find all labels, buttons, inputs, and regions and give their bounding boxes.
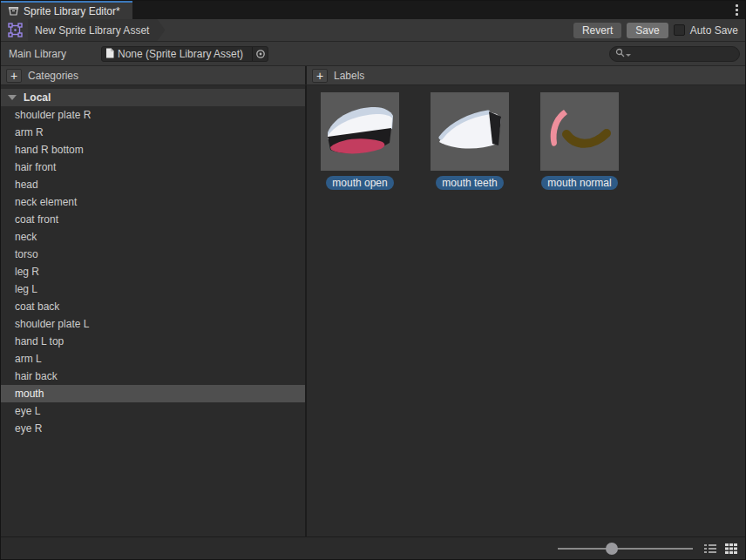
category-item[interactable]: eye L — [1, 402, 305, 420]
categories-header: + Categories — [1, 66, 307, 84]
category-list: shoulder plate Rarm Rhand R bottomhair f… — [1, 106, 305, 437]
main-library-object-field[interactable]: None (Sprite Library Asset) — [101, 46, 268, 62]
foldout-triangle-icon — [8, 95, 17, 100]
search-icon — [615, 48, 625, 60]
labels-panel: mouth open mouth teeth — [307, 85, 745, 536]
tab-bar: Sprite Library Editor* — [1, 1, 745, 19]
labels-title: Labels — [334, 70, 364, 82]
thumbnail-size-slider-knob[interactable] — [606, 543, 618, 555]
category-item[interactable]: hand L top — [1, 333, 305, 350]
sprite-library-window-icon — [8, 5, 19, 17]
bottom-bar — [1, 536, 745, 559]
category-item[interactable]: mouth — [1, 385, 305, 402]
category-item[interactable]: arm R — [1, 124, 305, 141]
main-library-label: Main Library — [9, 48, 66, 60]
sprite-item-mouth-normal: mouth normal — [540, 92, 619, 190]
category-item[interactable]: shoulder plate L — [1, 315, 305, 333]
category-item[interactable]: shoulder plate R — [1, 106, 305, 124]
category-item[interactable]: leg R — [1, 263, 305, 280]
thumbnail-size-slider[interactable] — [558, 537, 693, 560]
search-input[interactable] — [634, 48, 734, 60]
main-library-row: Main Library None (Sprite Library Asset) — [1, 42, 745, 66]
category-item[interactable]: arm L — [1, 350, 305, 368]
sprite-label-pill[interactable]: mouth teeth — [436, 176, 503, 190]
sprite-item-mouth-teeth: mouth teeth — [431, 92, 509, 190]
category-item[interactable]: torso — [1, 246, 305, 263]
toolbar: New Sprite Library Asset Revert Save Aut… — [1, 19, 745, 42]
category-item[interactable]: eye R — [1, 420, 305, 437]
tab-title: Sprite Library Editor* — [24, 5, 120, 17]
category-item[interactable]: hand R bottom — [1, 141, 305, 159]
category-item[interactable]: hair back — [1, 368, 305, 385]
local-foldout[interactable]: Local — [1, 89, 305, 106]
category-item[interactable]: neck element — [1, 193, 305, 211]
kebab-menu-icon[interactable] — [736, 1, 738, 19]
breadcrumb-new-sprite-library-asset[interactable]: New Sprite Library Asset — [28, 19, 165, 41]
slider-track — [558, 548, 693, 550]
panel-headers: + Categories + Labels — [1, 66, 745, 85]
category-item[interactable]: leg L — [1, 280, 305, 298]
search-field[interactable] — [609, 46, 740, 62]
categories-panel: Local shoulder plate Rarm Rhand R bottom… — [1, 85, 307, 536]
local-group-label: Local — [24, 91, 51, 104]
category-item[interactable]: hair front — [1, 159, 305, 176]
tab-sprite-library-editor[interactable]: Sprite Library Editor* — [1, 1, 132, 19]
category-item[interactable]: coat back — [1, 298, 305, 315]
sprite-item-mouth-open: mouth open — [321, 92, 399, 190]
category-item[interactable]: neck — [1, 228, 305, 246]
add-category-button[interactable]: + — [6, 69, 22, 83]
save-button[interactable]: Save — [627, 23, 668, 38]
labels-header: + Labels — [307, 66, 745, 84]
sprite-library-editor-window: Sprite Library Editor* New Sprite Librar… — [0, 0, 746, 560]
list-view-icon[interactable] — [703, 542, 717, 556]
sprite-label-pill[interactable]: mouth normal — [541, 176, 617, 190]
object-picker-icon[interactable] — [252, 47, 268, 61]
editor-body: Local shoulder plate Rarm Rhand R bottom… — [1, 85, 745, 536]
sprite-thumbnail-mouth-normal[interactable] — [540, 92, 619, 171]
sprite-thumbnail-mouth-teeth[interactable] — [431, 92, 509, 171]
object-field-value: None (Sprite Library Asset) — [118, 48, 252, 60]
sprite-thumbnail-mouth-open[interactable] — [321, 92, 399, 171]
sprite-label-pill[interactable]: mouth open — [326, 176, 393, 190]
toolbar-actions: Revert Save Auto Save — [573, 23, 738, 38]
sprite-library-asset-icon — [8, 23, 23, 37]
categories-title: Categories — [28, 70, 78, 82]
search-filter-caret-icon — [626, 54, 631, 57]
auto-save-checkbox[interactable] — [674, 24, 685, 36]
auto-save-label: Auto Save — [690, 24, 738, 37]
revert-button[interactable]: Revert — [573, 23, 621, 38]
asset-file-icon — [105, 48, 114, 61]
grid-view-icon[interactable] — [724, 542, 738, 556]
category-item[interactable]: coat front — [1, 211, 305, 228]
category-item[interactable]: head — [1, 176, 305, 193]
breadcrumb-label: New Sprite Library Asset — [35, 24, 149, 37]
add-label-button[interactable]: + — [312, 69, 328, 83]
